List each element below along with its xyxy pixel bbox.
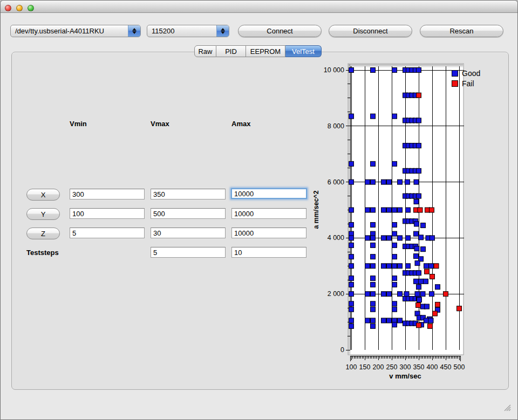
resize-grip[interactable] [502, 403, 511, 411]
point-good [414, 254, 419, 259]
point-good [398, 292, 403, 297]
point-good [392, 283, 397, 287]
y-axis-button[interactable]: Y [26, 208, 60, 220]
point-good [381, 264, 386, 268]
point-good [398, 180, 403, 184]
tab-pid[interactable]: PID [216, 45, 246, 57]
point-good [349, 264, 354, 268]
point-good [419, 279, 424, 284]
baud-rate-select[interactable]: 115200 [147, 25, 229, 37]
fail-swatch-icon [452, 80, 458, 87]
point-good [349, 68, 354, 73]
y-vmin-field[interactable] [70, 208, 145, 219]
point-good [417, 143, 421, 148]
z-vmax-field[interactable] [151, 228, 226, 238]
point-good [414, 279, 419, 284]
point-good [392, 264, 397, 268]
point-good [392, 322, 397, 327]
legend-good-label: Good [462, 69, 480, 78]
amax-column-header: Amax [231, 120, 250, 128]
point-good [406, 208, 411, 212]
point-good [349, 292, 354, 297]
disconnect-button[interactable]: Disconnect [329, 25, 412, 37]
window-titlebar[interactable] [1, 1, 517, 13]
point-good [405, 180, 410, 184]
close-window-button[interactable] [5, 5, 11, 11]
tab-veltest[interactable]: VelTest [285, 45, 322, 57]
point-good [349, 243, 354, 247]
point-good [424, 279, 428, 284]
connect-button[interactable]: Connect [238, 25, 322, 37]
point-fail [430, 274, 435, 279]
zoom-window-button[interactable] [28, 5, 34, 11]
point-good [381, 236, 386, 240]
tab-raw[interactable]: Raw [194, 45, 216, 57]
point-good [371, 318, 376, 323]
x-tick-label: 300 [400, 363, 411, 371]
point-good [417, 298, 422, 302]
point-good [381, 208, 386, 212]
point-good [371, 180, 376, 184]
teststeps-v-field[interactable] [151, 247, 226, 258]
y-tick-label: 2 000 [328, 290, 344, 298]
point-good [398, 264, 403, 268]
x-amax-field[interactable] [231, 188, 307, 199]
point-good [417, 118, 421, 123]
point-good [424, 318, 429, 323]
y-tick-label: 6 000 [328, 178, 344, 186]
tab-bar: Raw PID EEPROM VelTest [194, 45, 322, 57]
minimize-window-button[interactable] [16, 5, 23, 11]
point-good [406, 264, 411, 268]
z-vmin-field[interactable] [70, 228, 145, 238]
z-axis-button[interactable]: Z [26, 228, 60, 239]
point-good [349, 208, 354, 212]
x-tick-label: 200 [373, 363, 384, 371]
popup-arrows-icon [216, 25, 229, 37]
x-axis-button[interactable]: X [26, 189, 60, 201]
point-good [398, 318, 403, 323]
point-good [349, 236, 354, 240]
popup-arrows-icon [128, 25, 140, 37]
y-vmax-field[interactable] [151, 208, 226, 219]
point-good [417, 285, 421, 290]
point-good [417, 168, 421, 173]
point-good [349, 223, 354, 228]
point-good [406, 236, 411, 240]
veltest-chart: 02 0004 0006 0008 00010 000a mm/sec^2100… [311, 57, 489, 381]
point-good [392, 243, 397, 247]
y-amax-field[interactable] [231, 208, 306, 219]
point-good [414, 222, 419, 226]
x-tick-label: 250 [386, 363, 398, 371]
teststeps-a-field[interactable] [231, 247, 306, 258]
point-good [387, 264, 392, 268]
y-tick-label: 0 [340, 346, 344, 354]
vmax-column-header: Vmax [151, 120, 169, 128]
x-vmin-field[interactable] [70, 189, 145, 199]
point-good [371, 301, 376, 306]
point-good [349, 276, 354, 281]
legend-fail-label: Fail [462, 79, 474, 88]
point-good [371, 223, 376, 228]
x-vmax-field[interactable] [151, 189, 226, 199]
point-good [392, 254, 397, 259]
x-tick-label: 150 [359, 363, 371, 371]
point-good [415, 292, 420, 297]
serial-port-select[interactable]: /dev/tty.usbserial-A4011RKU [10, 25, 141, 37]
z-amax-field[interactable] [231, 228, 306, 238]
point-fail [435, 302, 440, 307]
point-good [392, 276, 397, 281]
point-good [371, 161, 376, 166]
vmin-column-header: Vmin [70, 120, 87, 128]
tab-eeprom[interactable]: EEPROM [246, 45, 285, 57]
point-fail [418, 208, 422, 212]
legend-entry-good: Good [452, 68, 480, 78]
point-fail [434, 264, 439, 268]
rescan-button[interactable]: Rescan [420, 25, 503, 37]
point-fail [428, 323, 433, 328]
point-good [349, 283, 354, 287]
point-good [417, 271, 421, 276]
point-fail [417, 93, 421, 98]
point-good [387, 318, 392, 323]
point-good [425, 304, 430, 309]
point-good [365, 236, 370, 240]
